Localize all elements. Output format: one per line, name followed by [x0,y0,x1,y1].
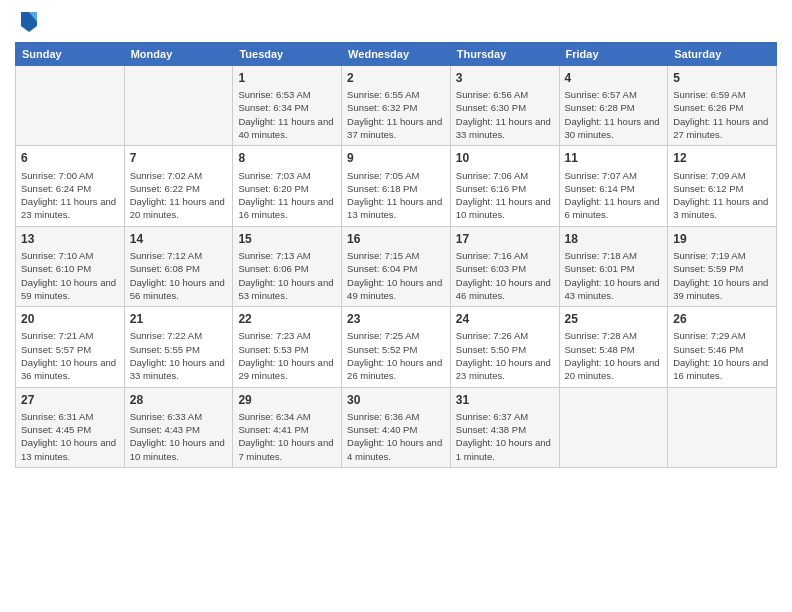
logo-icon [19,10,39,34]
page-header [15,10,777,34]
calendar-cell: 20Sunrise: 7:21 AM Sunset: 5:57 PM Dayli… [16,307,125,387]
day-info: Sunrise: 7:09 AM Sunset: 6:12 PM Dayligh… [673,169,771,222]
calendar-header-row: SundayMondayTuesdayWednesdayThursdayFrid… [16,43,777,66]
calendar-cell: 9Sunrise: 7:05 AM Sunset: 6:18 PM Daylig… [342,146,451,226]
calendar-week-row: 6Sunrise: 7:00 AM Sunset: 6:24 PM Daylig… [16,146,777,226]
calendar-cell: 24Sunrise: 7:26 AM Sunset: 5:50 PM Dayli… [450,307,559,387]
day-number: 9 [347,150,445,166]
day-number: 30 [347,392,445,408]
day-info: Sunrise: 7:05 AM Sunset: 6:18 PM Dayligh… [347,169,445,222]
calendar-cell: 16Sunrise: 7:15 AM Sunset: 6:04 PM Dayli… [342,226,451,306]
calendar-cell: 15Sunrise: 7:13 AM Sunset: 6:06 PM Dayli… [233,226,342,306]
calendar-body: 1Sunrise: 6:53 AM Sunset: 6:34 PM Daylig… [16,66,777,468]
day-info: Sunrise: 6:37 AM Sunset: 4:38 PM Dayligh… [456,410,554,463]
day-number: 12 [673,150,771,166]
calendar-cell: 27Sunrise: 6:31 AM Sunset: 4:45 PM Dayli… [16,387,125,467]
day-info: Sunrise: 7:21 AM Sunset: 5:57 PM Dayligh… [21,329,119,382]
day-number: 27 [21,392,119,408]
calendar-cell: 18Sunrise: 7:18 AM Sunset: 6:01 PM Dayli… [559,226,668,306]
day-info: Sunrise: 7:06 AM Sunset: 6:16 PM Dayligh… [456,169,554,222]
calendar-cell: 22Sunrise: 7:23 AM Sunset: 5:53 PM Dayli… [233,307,342,387]
weekday-header: Thursday [450,43,559,66]
day-number: 17 [456,231,554,247]
calendar-cell: 8Sunrise: 7:03 AM Sunset: 6:20 PM Daylig… [233,146,342,226]
calendar-cell: 4Sunrise: 6:57 AM Sunset: 6:28 PM Daylig… [559,66,668,146]
calendar-week-row: 1Sunrise: 6:53 AM Sunset: 6:34 PM Daylig… [16,66,777,146]
day-info: Sunrise: 6:36 AM Sunset: 4:40 PM Dayligh… [347,410,445,463]
day-number: 31 [456,392,554,408]
calendar-cell: 12Sunrise: 7:09 AM Sunset: 6:12 PM Dayli… [668,146,777,226]
day-number: 25 [565,311,663,327]
calendar-cell: 28Sunrise: 6:33 AM Sunset: 4:43 PM Dayli… [124,387,233,467]
calendar-cell: 29Sunrise: 6:34 AM Sunset: 4:41 PM Dayli… [233,387,342,467]
calendar-cell [16,66,125,146]
day-number: 13 [21,231,119,247]
day-info: Sunrise: 7:00 AM Sunset: 6:24 PM Dayligh… [21,169,119,222]
calendar-cell: 6Sunrise: 7:00 AM Sunset: 6:24 PM Daylig… [16,146,125,226]
day-info: Sunrise: 6:31 AM Sunset: 4:45 PM Dayligh… [21,410,119,463]
day-number: 7 [130,150,228,166]
weekday-header: Wednesday [342,43,451,66]
day-number: 26 [673,311,771,327]
day-info: Sunrise: 7:16 AM Sunset: 6:03 PM Dayligh… [456,249,554,302]
day-number: 4 [565,70,663,86]
calendar-cell: 14Sunrise: 7:12 AM Sunset: 6:08 PM Dayli… [124,226,233,306]
day-number: 15 [238,231,336,247]
day-number: 5 [673,70,771,86]
day-info: Sunrise: 7:19 AM Sunset: 5:59 PM Dayligh… [673,249,771,302]
weekday-header: Saturday [668,43,777,66]
calendar-cell: 31Sunrise: 6:37 AM Sunset: 4:38 PM Dayli… [450,387,559,467]
calendar-cell: 13Sunrise: 7:10 AM Sunset: 6:10 PM Dayli… [16,226,125,306]
day-number: 29 [238,392,336,408]
logo [15,10,39,34]
day-info: Sunrise: 7:12 AM Sunset: 6:08 PM Dayligh… [130,249,228,302]
calendar-week-row: 13Sunrise: 7:10 AM Sunset: 6:10 PM Dayli… [16,226,777,306]
weekday-header: Friday [559,43,668,66]
day-info: Sunrise: 7:02 AM Sunset: 6:22 PM Dayligh… [130,169,228,222]
day-number: 3 [456,70,554,86]
calendar-cell: 25Sunrise: 7:28 AM Sunset: 5:48 PM Dayli… [559,307,668,387]
day-number: 8 [238,150,336,166]
day-number: 6 [21,150,119,166]
day-info: Sunrise: 7:23 AM Sunset: 5:53 PM Dayligh… [238,329,336,382]
day-info: Sunrise: 6:59 AM Sunset: 6:26 PM Dayligh… [673,88,771,141]
calendar-cell: 7Sunrise: 7:02 AM Sunset: 6:22 PM Daylig… [124,146,233,226]
calendar-cell: 30Sunrise: 6:36 AM Sunset: 4:40 PM Dayli… [342,387,451,467]
day-number: 11 [565,150,663,166]
day-number: 19 [673,231,771,247]
calendar-cell: 3Sunrise: 6:56 AM Sunset: 6:30 PM Daylig… [450,66,559,146]
day-info: Sunrise: 7:03 AM Sunset: 6:20 PM Dayligh… [238,169,336,222]
day-number: 28 [130,392,228,408]
day-number: 2 [347,70,445,86]
calendar-cell: 21Sunrise: 7:22 AM Sunset: 5:55 PM Dayli… [124,307,233,387]
calendar-cell: 23Sunrise: 7:25 AM Sunset: 5:52 PM Dayli… [342,307,451,387]
calendar-cell: 26Sunrise: 7:29 AM Sunset: 5:46 PM Dayli… [668,307,777,387]
day-number: 23 [347,311,445,327]
day-number: 1 [238,70,336,86]
day-info: Sunrise: 6:55 AM Sunset: 6:32 PM Dayligh… [347,88,445,141]
day-number: 16 [347,231,445,247]
calendar-cell [668,387,777,467]
day-info: Sunrise: 7:22 AM Sunset: 5:55 PM Dayligh… [130,329,228,382]
day-info: Sunrise: 7:10 AM Sunset: 6:10 PM Dayligh… [21,249,119,302]
day-info: Sunrise: 7:13 AM Sunset: 6:06 PM Dayligh… [238,249,336,302]
day-info: Sunrise: 7:26 AM Sunset: 5:50 PM Dayligh… [456,329,554,382]
day-info: Sunrise: 7:29 AM Sunset: 5:46 PM Dayligh… [673,329,771,382]
calendar-cell: 1Sunrise: 6:53 AM Sunset: 6:34 PM Daylig… [233,66,342,146]
day-number: 24 [456,311,554,327]
calendar-cell: 11Sunrise: 7:07 AM Sunset: 6:14 PM Dayli… [559,146,668,226]
day-number: 14 [130,231,228,247]
day-info: Sunrise: 7:07 AM Sunset: 6:14 PM Dayligh… [565,169,663,222]
day-info: Sunrise: 6:56 AM Sunset: 6:30 PM Dayligh… [456,88,554,141]
weekday-header: Tuesday [233,43,342,66]
calendar-cell [559,387,668,467]
day-number: 10 [456,150,554,166]
day-info: Sunrise: 7:28 AM Sunset: 5:48 PM Dayligh… [565,329,663,382]
calendar-table: SundayMondayTuesdayWednesdayThursdayFrid… [15,42,777,468]
day-info: Sunrise: 6:53 AM Sunset: 6:34 PM Dayligh… [238,88,336,141]
calendar-cell: 17Sunrise: 7:16 AM Sunset: 6:03 PM Dayli… [450,226,559,306]
calendar-cell: 10Sunrise: 7:06 AM Sunset: 6:16 PM Dayli… [450,146,559,226]
calendar-cell [124,66,233,146]
day-info: Sunrise: 7:15 AM Sunset: 6:04 PM Dayligh… [347,249,445,302]
day-info: Sunrise: 7:18 AM Sunset: 6:01 PM Dayligh… [565,249,663,302]
